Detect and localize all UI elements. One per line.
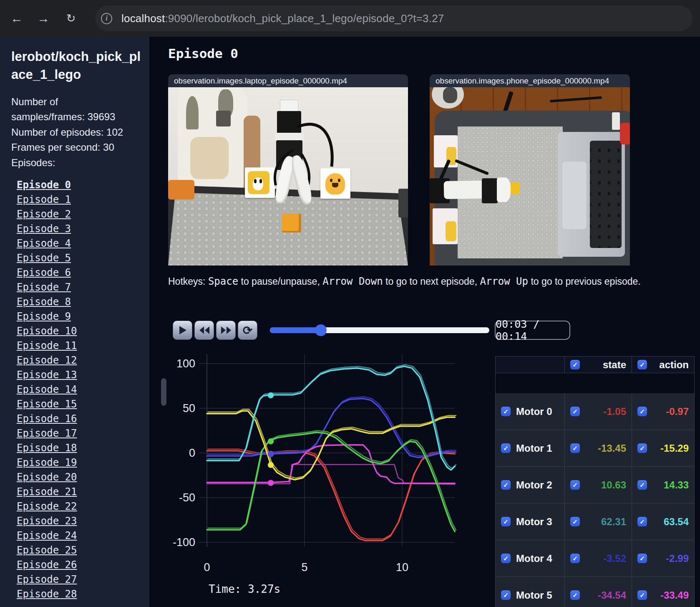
sidebar-episode-link[interactable]: Episode 11 [17, 339, 142, 353]
sidebar-episode-link[interactable]: Episode 27 [17, 572, 142, 587]
site-info-icon[interactable]: i [101, 13, 112, 24]
video-panel-phone: observation.images.phone_episode_000000.… [430, 74, 630, 266]
reload-icon[interactable]: ↻ [63, 10, 79, 27]
checkbox[interactable]: ✓ [637, 407, 647, 416]
state-value: 62.31 [601, 516, 626, 528]
page-title: Episode 0 [168, 46, 238, 61]
state-value: -1.05 [603, 406, 626, 417]
scene-usb-plug [612, 112, 620, 130]
video-phone[interactable] [430, 87, 630, 266]
checkbox[interactable]: ✓ [501, 407, 511, 416]
sidebar-episode-link[interactable]: Episode 18 [17, 441, 142, 455]
sidebar-episode-link[interactable]: Episode 2 [17, 207, 142, 222]
checkbox[interactable]: ✓ [501, 554, 511, 563]
checkbox[interactable]: ✓ [501, 517, 511, 526]
checkbox[interactable]: ✓ [570, 480, 580, 490]
sidebar-episode-link[interactable]: Episode 12 [17, 353, 142, 368]
sidebar-episode-link[interactable]: Episode 15 [17, 397, 142, 412]
checkbox[interactable]: ✓ [570, 407, 580, 416]
sidebar-episode-link[interactable]: Episode 9 [17, 309, 142, 324]
seek-slider[interactable] [270, 327, 489, 333]
sidebar-episode-link[interactable]: Episode 23 [17, 514, 142, 529]
motor-action-cell: ✓-15.29 [632, 430, 694, 467]
sidebar-episode-link[interactable]: Episode 19 [17, 455, 142, 470]
checkbox[interactable]: ✓ [570, 517, 580, 526]
scrollbar-thumb[interactable] [161, 378, 166, 406]
sidebar-episode-link[interactable]: Episode 21 [17, 485, 142, 499]
sidebar-episode-link[interactable]: Episode 13 [17, 368, 142, 382]
current-time-marker [268, 392, 274, 398]
fast-forward-button[interactable] [216, 321, 236, 340]
series-action-motor-4 [207, 399, 455, 458]
scene-laptop [558, 132, 625, 257]
video-title-laptop: observation.images.laptop_episode_000000… [168, 74, 408, 87]
url-text[interactable]: localhost:9090/lerobot/koch_pick_place_1… [121, 12, 444, 25]
checkbox[interactable]: ✓ [637, 360, 647, 369]
state-value: 10.63 [601, 479, 626, 491]
sidebar-episode-link[interactable]: Episode 8 [17, 295, 142, 309]
sidebar-episode-link[interactable]: Episode 5 [17, 251, 142, 266]
rewind-button[interactable] [194, 321, 214, 340]
checkbox[interactable]: ✓ [570, 443, 580, 453]
motor-state-cell: ✓-3.52 [565, 540, 632, 577]
scene-trackpad [562, 162, 587, 229]
sidebar-episode-link[interactable]: Episode 3 [17, 222, 142, 236]
video-laptop[interactable] [168, 87, 408, 266]
checkbox[interactable]: ✓ [637, 443, 647, 453]
checkbox[interactable]: ✓ [501, 443, 511, 453]
sidebar-episode-link[interactable]: Episode 22 [17, 499, 142, 514]
address-bar[interactable]: i localhost:9090/lerobot/koch_pick_place… [95, 5, 692, 31]
sidebar-episode-link[interactable]: Episode 10 [17, 324, 142, 339]
sidebar-episode-link[interactable]: Episode 4 [17, 236, 142, 251]
hotkey-key: Arrow Up [480, 276, 528, 287]
motor-chart: 100500-50-1000510 [166, 351, 459, 591]
sidebar-episode-link[interactable]: Episode 14 [17, 382, 142, 397]
motor-action-cell: ✓-0.97 [632, 393, 694, 430]
motor-action-cell: ✓63.54 [632, 503, 694, 540]
motor-row-label: ✓Motor 0 [496, 393, 565, 430]
scene-red-object [620, 123, 630, 144]
loop-button[interactable]: ⟳ [238, 321, 257, 340]
play-button[interactable] [173, 321, 192, 340]
sidebar-episode-link[interactable]: Episode 20 [17, 470, 142, 485]
chart-time-label: Time: 3.27s [209, 583, 280, 595]
checkbox[interactable]: ✓ [501, 590, 511, 600]
sidebar-episode-link[interactable]: Episode 28 [17, 587, 142, 602]
checkbox[interactable]: ✓ [637, 554, 647, 563]
scene-yellow-brick [511, 182, 520, 194]
sidebar-episode-link[interactable]: Episode 16 [17, 412, 142, 426]
current-time-marker [268, 451, 274, 457]
video-panel-laptop: observation.images.laptop_episode_000000… [168, 74, 408, 266]
checkbox[interactable]: ✓ [570, 590, 580, 600]
checkbox[interactable]: ✓ [637, 590, 647, 600]
sidebar-episode-link[interactable]: Episode 25 [17, 543, 142, 558]
back-arrow-icon[interactable]: ← [8, 10, 25, 27]
checkbox[interactable]: ✓ [570, 554, 580, 563]
y-tick-label: 50 [183, 402, 195, 415]
seek-slider-thumb[interactable] [315, 324, 327, 336]
sidebar: lerobot/koch_pick_pl ace_1_lego Number o… [0, 37, 149, 607]
sidebar-episode-link[interactable]: Episode 1 [17, 192, 142, 207]
checkbox[interactable]: ✓ [637, 517, 647, 526]
hotkey-text: to go to next episode, [383, 276, 480, 287]
motor-name: Motor 0 [516, 406, 552, 417]
action-header-label: action [659, 359, 689, 371]
sidebar-episode-link[interactable]: Episode 17 [17, 426, 142, 441]
forward-arrow-icon[interactable]: → [35, 10, 52, 27]
video-title-phone: observation.images.phone_episode_000000.… [430, 74, 630, 87]
scene-keyboard [590, 141, 622, 248]
checkbox[interactable]: ✓ [637, 480, 647, 490]
motor-name: Motor 4 [516, 553, 552, 564]
checkbox[interactable]: ✓ [570, 360, 580, 369]
current-time-marker [268, 438, 274, 444]
hotkey-key: Space [208, 276, 238, 287]
sidebar-episode-link[interactable]: Episode 6 [17, 266, 142, 280]
action-value: -2.99 [666, 553, 689, 564]
sidebar-episode-link[interactable]: Episode 7 [17, 280, 142, 295]
sidebar-episode-link[interactable]: Episode 26 [17, 558, 142, 572]
checkbox[interactable]: ✓ [501, 480, 511, 490]
motor-row-label: ✓Motor 1 [496, 430, 565, 467]
sidebar-episode-link[interactable]: Episode 24 [17, 529, 142, 543]
sidebar-episode-link[interactable]: Episode 0 [17, 178, 142, 192]
dataset-info: Number of samples/frames: 39693 Number o… [11, 94, 141, 170]
